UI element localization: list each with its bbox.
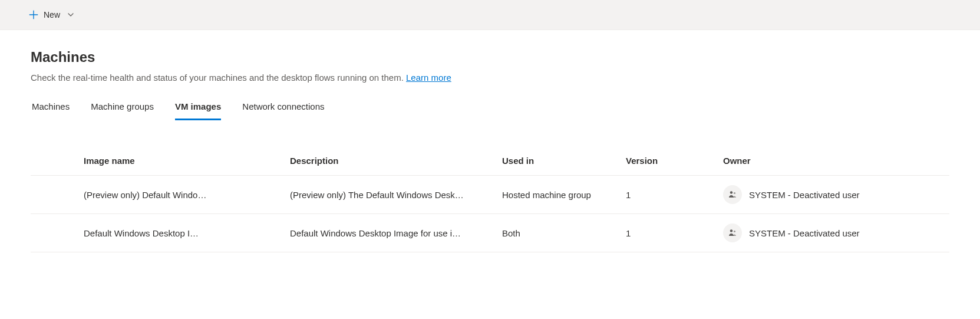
cell-image-name[interactable]: Default Windows Desktop I… — [72, 214, 278, 252]
page-subtitle: Check the real-time health and status of… — [31, 73, 949, 83]
row-spacer — [31, 176, 72, 214]
col-owner[interactable]: Owner — [711, 149, 949, 176]
plus-icon — [28, 9, 39, 20]
table-header-row: Image name Description Used in Version O… — [31, 149, 949, 176]
learn-more-link[interactable]: Learn more — [406, 73, 451, 83]
toolbar: New — [0, 0, 980, 30]
row-spacer — [31, 214, 72, 252]
owner-label: SYSTEM - Deactivated user — [749, 228, 860, 238]
col-used-in[interactable]: Used in — [490, 149, 614, 176]
col-description[interactable]: Description — [278, 149, 490, 176]
tabs: Machines Machine groups VM images Networ… — [31, 97, 949, 120]
svg-point-2 — [730, 229, 732, 232]
tab-network-connections[interactable]: Network connections — [242, 97, 324, 120]
owner-label: SYSTEM - Deactivated user — [749, 190, 860, 200]
col-spacer — [31, 149, 72, 176]
tab-machines[interactable]: Machines — [32, 97, 70, 120]
cell-image-name[interactable]: (Preview only) Default Windo… — [72, 176, 278, 214]
page-title: Machines — [31, 49, 949, 65]
person-icon — [723, 185, 742, 204]
new-button[interactable]: New — [28, 7, 74, 22]
col-version[interactable]: Version — [614, 149, 711, 176]
svg-point-1 — [734, 192, 735, 194]
person-icon — [723, 223, 742, 242]
new-button-label: New — [44, 10, 60, 19]
cell-used-in: Both — [490, 214, 614, 252]
tab-vm-images[interactable]: VM images — [175, 97, 221, 120]
vm-images-table: Image name Description Used in Version O… — [31, 149, 949, 252]
cell-used-in: Hosted machine group — [490, 176, 614, 214]
cell-owner: SYSTEM - Deactivated user — [711, 176, 949, 214]
cell-description: (Preview only) The Default Windows Desk… — [278, 176, 490, 214]
table-row[interactable]: Default Windows Desktop I… Default Windo… — [31, 214, 949, 252]
col-image-name[interactable]: Image name — [72, 149, 278, 176]
cell-owner: SYSTEM - Deactivated user — [711, 214, 949, 252]
chevron-down-icon — [67, 11, 74, 18]
content-area: Machines Check the real-time health and … — [0, 30, 980, 271]
tab-machine-groups[interactable]: Machine groups — [91, 97, 154, 120]
svg-point-3 — [734, 231, 735, 232]
table-row[interactable]: (Preview only) Default Windo… (Preview o… — [31, 176, 949, 214]
svg-point-0 — [730, 191, 732, 193]
cell-version: 1 — [614, 214, 711, 252]
subtitle-text: Check the real-time health and status of… — [31, 73, 406, 83]
cell-description: Default Windows Desktop Image for use i… — [278, 214, 490, 252]
cell-version: 1 — [614, 176, 711, 214]
